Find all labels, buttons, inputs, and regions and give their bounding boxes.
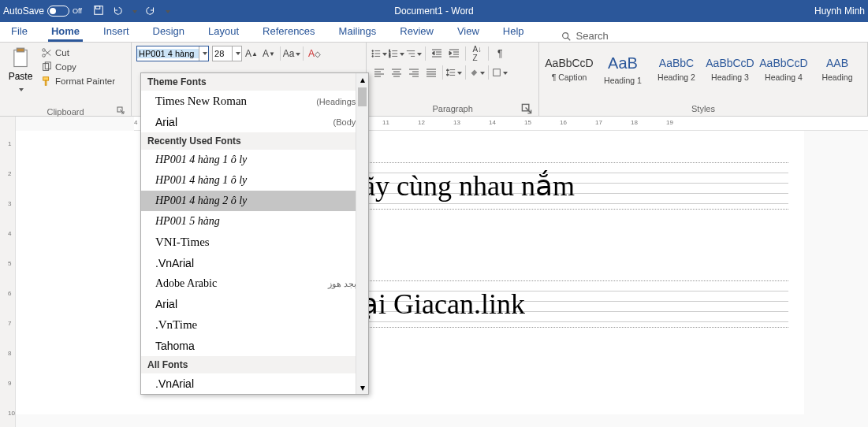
style-label: ¶ Caption	[552, 72, 587, 82]
align-right-button[interactable]	[406, 65, 422, 80]
svg-marker-34	[432, 51, 434, 55]
svg-marker-39	[449, 51, 452, 55]
group-styles: AaBbCcD¶ CaptionAaBHeading 1AaBbCHeading…	[539, 43, 868, 116]
font-size-combo[interactable]	[212, 46, 242, 61]
style-tile[interactable]: AaBbCcDHeading 4	[758, 47, 809, 91]
font-name: Times New Roman	[155, 95, 247, 108]
tab-view[interactable]: View	[454, 22, 482, 42]
tab-file[interactable]: File	[8, 22, 31, 42]
sort-button[interactable]: A↓Z	[469, 46, 485, 61]
autosave-label: AutoSave	[3, 6, 44, 17]
tab-layout[interactable]: Layout	[205, 22, 242, 42]
grow-font-button[interactable]: A▲	[244, 46, 259, 61]
ruler-tick: 17	[595, 119, 602, 126]
svg-point-2	[562, 32, 568, 38]
change-case-button[interactable]: Aa	[284, 46, 300, 61]
style-tile[interactable]: AaBHeading 1	[598, 47, 648, 91]
search-box[interactable]: Search	[561, 30, 609, 42]
font-option[interactable]: HP001 5 hàng	[141, 211, 368, 232]
cut-button[interactable]: Cut	[41, 47, 115, 58]
undo-icon[interactable]	[112, 5, 123, 18]
tab-mailings[interactable]: Mailings	[336, 22, 380, 42]
increase-indent-button[interactable]	[446, 46, 462, 61]
ruler-tick: 7	[8, 320, 11, 327]
paste-dropdown-icon[interactable]	[17, 84, 24, 95]
tab-insert[interactable]: Insert	[100, 22, 132, 42]
tab-review[interactable]: Review	[397, 22, 437, 42]
autosave-toggle[interactable]: AutoSave Off	[3, 6, 82, 17]
scroll-down-icon[interactable]: ▾	[356, 381, 368, 394]
theme-fonts-header: Theme Fonts	[141, 73, 368, 91]
shading-button[interactable]	[469, 65, 485, 80]
font-sample-rtl: أبجد هوز	[328, 279, 359, 289]
style-label: Heading 1	[604, 76, 642, 85]
multilevel-list-button[interactable]	[406, 46, 422, 61]
font-name: .VnArial	[155, 377, 194, 390]
dropdown-scrollbar[interactable]: ▴ ▾	[356, 73, 368, 394]
undo-dropdown-icon[interactable]	[131, 6, 137, 17]
font-option[interactable]: HP001 4 hàng 2 ô ly	[141, 191, 368, 211]
align-left-button[interactable]	[371, 65, 387, 80]
font-option[interactable]: Arial(Body)	[141, 112, 368, 132]
font-name-combo[interactable]	[136, 46, 209, 61]
style-label: Heading	[821, 72, 852, 82]
font-name-dropdown-icon[interactable]	[199, 46, 208, 61]
paragraph-launcher[interactable]	[371, 103, 534, 114]
line-spacing-button[interactable]	[446, 65, 462, 80]
separator	[303, 46, 304, 61]
tab-help[interactable]: Help	[500, 22, 527, 42]
decrease-indent-button[interactable]	[429, 46, 445, 61]
clipboard-launcher[interactable]	[5, 106, 126, 114]
svg-rect-4	[14, 50, 27, 67]
borders-button[interactable]	[492, 65, 508, 80]
style-tile[interactable]: AaBbCcDHeading 3	[705, 47, 755, 91]
format-painter-button[interactable]: Format Painter	[41, 76, 115, 87]
font-option[interactable]: Tahoma	[141, 336, 368, 356]
save-icon[interactable]	[93, 5, 104, 18]
style-tile[interactable]: AaBbCcD¶ Caption	[544, 47, 594, 91]
tab-home[interactable]: Home	[48, 22, 83, 42]
align-center-button[interactable]	[389, 65, 404, 80]
style-tile[interactable]: AABHeading	[812, 47, 862, 91]
show-marks-button[interactable]: ¶	[492, 46, 508, 61]
style-gallery[interactable]: AaBbCcD¶ CaptionAaBHeading 1AaBbCHeading…	[544, 46, 862, 91]
font-size-input[interactable]	[213, 49, 232, 58]
ruler-tick: 16	[560, 119, 567, 126]
vertical-ruler[interactable]: 12345678910	[0, 117, 16, 427]
font-option[interactable]: .VnArial	[141, 253, 368, 273]
font-option[interactable]: .VnTime	[141, 314, 368, 336]
style-tile[interactable]: AaBbCHeading 2	[651, 47, 702, 91]
font-dropdown-panel[interactable]: Theme Fonts Times New Roman(Headings)Ari…	[140, 72, 369, 395]
qat-customize-icon[interactable]	[164, 6, 170, 17]
tab-references[interactable]: References	[259, 22, 318, 42]
bullets-button[interactable]	[371, 46, 387, 61]
clear-formatting-button[interactable]: A◇	[307, 46, 322, 61]
scroll-thumb[interactable]	[358, 87, 367, 106]
scroll-up-icon[interactable]: ▴	[356, 73, 368, 86]
redo-icon[interactable]	[145, 5, 156, 18]
font-option[interactable]: VNI-Times	[141, 232, 368, 253]
justify-button[interactable]	[423, 65, 439, 80]
font-name: Adobe Arabic	[155, 277, 217, 290]
style-label: Heading 4	[765, 72, 803, 82]
font-option[interactable]: Times New Roman(Headings)	[141, 91, 368, 112]
paste-button[interactable]: Paste	[5, 46, 36, 95]
svg-rect-1	[95, 6, 99, 9]
font-option[interactable]: Adobe Arabicأبجد هوز	[141, 273, 368, 294]
svg-point-15	[372, 50, 374, 52]
font-option[interactable]: HP001 4 hàng 1 ô ly	[141, 170, 368, 191]
tab-design[interactable]: Design	[150, 22, 188, 42]
font-size-dropdown-icon[interactable]	[232, 46, 241, 61]
toggle-switch-icon[interactable]	[47, 6, 69, 17]
copy-button[interactable]: Copy	[41, 61, 115, 72]
shrink-font-button[interactable]: A▼	[261, 46, 277, 61]
paste-label: Paste	[9, 71, 33, 82]
font-name-input[interactable]	[137, 49, 199, 58]
user-name[interactable]: Huynh Minh	[814, 6, 865, 17]
font-option[interactable]: HP001 4 hàng 1 ô ly	[141, 150, 368, 170]
font-option[interactable]: Arial	[141, 294, 368, 314]
font-option[interactable]: .VnArial	[141, 373, 368, 394]
document-page[interactable]: hân ơ hãy cùng nhau nắm in hay tại Giaca…	[16, 131, 804, 414]
numbering-button[interactable]: 123	[389, 46, 404, 61]
autosave-state: Off	[73, 7, 82, 15]
